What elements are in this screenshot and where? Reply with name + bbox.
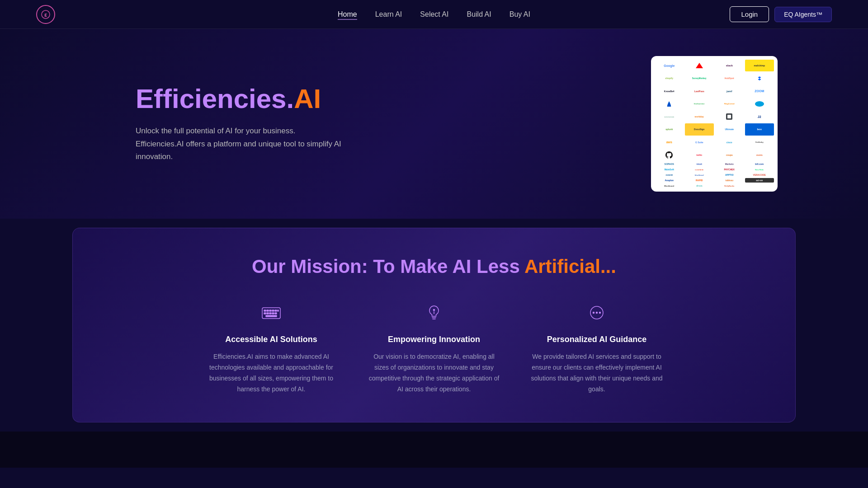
logo-dropbox — [745, 72, 774, 84]
logo-icon: ε — [36, 5, 55, 24]
logo-cvent: cvent — [655, 173, 684, 177]
login-button[interactable]: Login — [730, 6, 769, 22]
logo-cisco: cisco — [715, 136, 744, 148]
svg-point-25 — [596, 312, 598, 314]
card-title-guidance: Personalized AI Guidance — [529, 335, 665, 344]
logo-gsuite: G Suite — [685, 136, 714, 148]
mission-title-purple: Our Mission: To Make AI Less — [252, 256, 524, 277]
mission-card-accessible: Accessible AI Solutions Efficiencies.AI … — [203, 300, 339, 394]
nav-actions: Login EQ AIgents™ — [730, 6, 832, 22]
logo-splunk: splunk — [655, 123, 684, 135]
logo-paychex: PAYCHEX — [715, 167, 744, 172]
card-desc-accessible: Efficiencies.AI aims to make advanced AI… — [203, 352, 339, 394]
card-title-innovation: Empowering Innovation — [366, 335, 502, 344]
svg-rect-14 — [267, 313, 269, 314]
nav-learn-ai[interactable]: Learn AI — [375, 10, 402, 18]
svg-rect-10 — [272, 310, 274, 311]
nav-build-ai[interactable]: Build AI — [467, 10, 491, 18]
logo-sophos: SOPHOS — [655, 162, 684, 166]
logo-aws: aws — [655, 136, 684, 148]
logo-twilio: twilio — [685, 149, 714, 161]
logo-surveymonkey: SurveyMonkey — [685, 72, 714, 84]
svg-rect-8 — [267, 310, 269, 311]
card-title-accessible: Accessible AI Solutions — [203, 335, 339, 344]
logo-lastpass: LastPass — [685, 85, 714, 97]
logo-workday: workday — [685, 111, 714, 122]
mission-title-orange: Artificial... — [524, 256, 616, 277]
logo-coupa: coupa — [715, 149, 744, 161]
logo-hubspot: HubSpot — [715, 72, 744, 84]
logo-apptio: APPTIO — [715, 173, 744, 177]
logo-box: box — [745, 123, 774, 135]
svg-rect-13 — [264, 313, 266, 314]
nav-buy-ai[interactable]: Buy AI — [509, 10, 530, 18]
partner-logo-grid: Google slack mailchimp shopify SurveyMon… — [651, 56, 778, 192]
logo[interactable]: ε — [36, 5, 55, 24]
logo-salesforce — [745, 98, 774, 110]
hero-subtitle: Unlock the full potential of AI for your… — [136, 125, 344, 164]
logo-billcom: bill.com — [745, 162, 774, 166]
logo-mailchimp: mailchimp — [745, 60, 774, 71]
svg-rect-15 — [269, 313, 271, 314]
logo-shopify: shopify — [655, 72, 684, 84]
logo-github — [655, 149, 684, 161]
logo-rellybooks: RellyBooks — [715, 183, 744, 188]
hero-title-orange: AI — [294, 84, 321, 114]
logo-tableau: tableau — [715, 178, 744, 183]
logo-acton: act-on — [745, 178, 774, 183]
navbar: ε Home Learn AI Select AI Build AI Buy A… — [0, 0, 868, 29]
svg-rect-9 — [269, 310, 271, 311]
mission-title: Our Mission: To Make AI Less Artificial.… — [109, 255, 759, 278]
logo-square — [715, 111, 744, 122]
logo-adobe — [685, 60, 714, 71]
svg-rect-7 — [264, 310, 266, 311]
svg-rect-12 — [278, 310, 278, 311]
lightbulb-icon — [421, 300, 447, 326]
mission-cards: Accessible AI Solutions Efficiencies.AI … — [109, 300, 759, 394]
nav-select-ai[interactable]: Select AI — [420, 10, 448, 18]
logo-freshservice: freshservice — [685, 98, 714, 110]
eq-aigents-button[interactable]: EQ AIgents™ — [774, 7, 832, 22]
logo-anaplan: Anaplan — [655, 178, 684, 183]
svg-rect-17 — [275, 313, 277, 314]
logo-zuora: zuora — [745, 149, 774, 161]
logo-newrelic: New Relic — [745, 167, 774, 172]
logo-j2: J2 — [745, 111, 774, 122]
footer-strip — [0, 432, 868, 468]
svg-text:ε: ε — [44, 11, 47, 18]
logo-zoom: ZOOM — [745, 85, 774, 97]
svg-point-3 — [755, 101, 764, 107]
logo-google: Google — [655, 60, 684, 71]
hero-title: Efficiencies.AI — [136, 84, 344, 114]
card-desc-innovation: Our vision is to democratize AI, enablin… — [366, 352, 502, 394]
keyboard-icon — [259, 300, 284, 326]
logo-blackbaud: blackbaud — [685, 173, 714, 177]
logo-druva: druva — [685, 183, 714, 188]
hero-content: Efficiencies.AI Unlock the full potentia… — [136, 84, 344, 164]
svg-rect-11 — [275, 310, 277, 311]
logo-slack: slack — [715, 60, 744, 71]
logo-knowbe4: KnowBe4 — [655, 85, 684, 97]
chat-icon — [584, 300, 609, 326]
svg-point-26 — [599, 312, 601, 314]
logo-ultimate: Ultimate — [715, 123, 744, 135]
hero-section: Efficiencies.AI Unlock the full potentia… — [0, 29, 868, 219]
hero-title-purple: Efficiencies. — [136, 84, 294, 114]
svg-rect-5 — [727, 115, 731, 118]
nav-links: Home Learn AI Select AI Build AI Buy AI — [338, 10, 530, 19]
logo-ringcentral: RingCentral — [715, 98, 744, 110]
svg-rect-18 — [266, 315, 277, 317]
logo-blackboard: Blackboard — [655, 183, 684, 188]
mission-section: Our Mission: To Make AI Less Artificial.… — [72, 228, 796, 422]
logo-intuit: intuit — [685, 162, 714, 166]
card-desc-guidance: We provide tailored AI services and supp… — [529, 352, 665, 394]
svg-point-24 — [593, 312, 594, 314]
nav-home[interactable]: Home — [338, 10, 357, 20]
logo-mulesoft: MuleSoft — [655, 167, 684, 172]
svg-marker-2 — [696, 63, 703, 68]
svg-rect-16 — [272, 313, 274, 314]
mission-card-guidance: Personalized AI Guidance We provide tail… — [529, 300, 665, 394]
logo-eventbrite: eventbrite — [685, 167, 714, 172]
logo-getambly: GetAmby — [745, 136, 774, 148]
logo-rapidg: RAPID — [685, 178, 714, 183]
